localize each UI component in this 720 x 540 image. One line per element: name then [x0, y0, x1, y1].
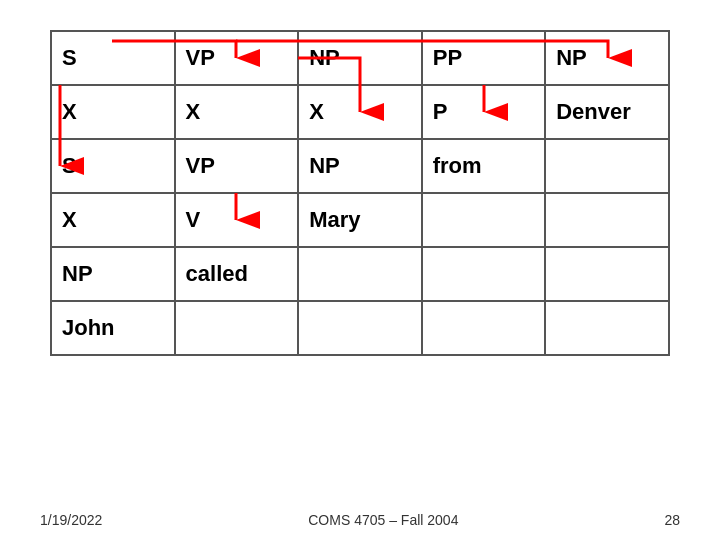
table-row: S VP NP PP NP: [51, 31, 669, 85]
cell-4-0: NP: [51, 247, 175, 301]
cell-0-4: NP: [545, 31, 669, 85]
cell-3-4: [545, 193, 669, 247]
cell-4-3: [422, 247, 546, 301]
cell-0-2: NP: [298, 31, 422, 85]
cell-2-0: S: [51, 139, 175, 193]
cell-1-2: X: [298, 85, 422, 139]
cell-1-1: X: [175, 85, 299, 139]
footer: 1/19/2022 COMS 4705 – Fall 2004 28: [0, 512, 720, 528]
footer-course: COMS 4705 – Fall 2004: [308, 512, 458, 528]
cell-3-1: V: [175, 193, 299, 247]
table-row: S VP NP from: [51, 139, 669, 193]
cell-3-0: X: [51, 193, 175, 247]
cell-2-4: [545, 139, 669, 193]
cell-5-4: [545, 301, 669, 355]
cell-3-3: [422, 193, 546, 247]
footer-page: 28: [664, 512, 680, 528]
cell-2-2: NP: [298, 139, 422, 193]
table-row: NP called: [51, 247, 669, 301]
footer-date: 1/19/2022: [40, 512, 102, 528]
syntax-table: S VP NP PP NP X X X P Denver S VP: [50, 30, 670, 356]
cell-4-4: [545, 247, 669, 301]
cell-5-0: John: [51, 301, 175, 355]
cell-0-3: PP: [422, 31, 546, 85]
cell-5-3: [422, 301, 546, 355]
cell-1-4: Denver: [545, 85, 669, 139]
cell-1-3: P: [422, 85, 546, 139]
cell-0-0: S: [51, 31, 175, 85]
cell-4-1: called: [175, 247, 299, 301]
cell-0-1: VP: [175, 31, 299, 85]
cell-3-2: Mary: [298, 193, 422, 247]
cell-4-2: [298, 247, 422, 301]
cell-2-3: from: [422, 139, 546, 193]
cell-2-1: VP: [175, 139, 299, 193]
cell-5-1: [175, 301, 299, 355]
table-row: X X X P Denver: [51, 85, 669, 139]
table-row: X V Mary: [51, 193, 669, 247]
cell-5-2: [298, 301, 422, 355]
cell-1-0: X: [51, 85, 175, 139]
table-row: John: [51, 301, 669, 355]
page-container: S VP NP PP NP X X X P Denver S VP: [0, 0, 720, 540]
table-wrapper: S VP NP PP NP X X X P Denver S VP: [50, 30, 670, 356]
